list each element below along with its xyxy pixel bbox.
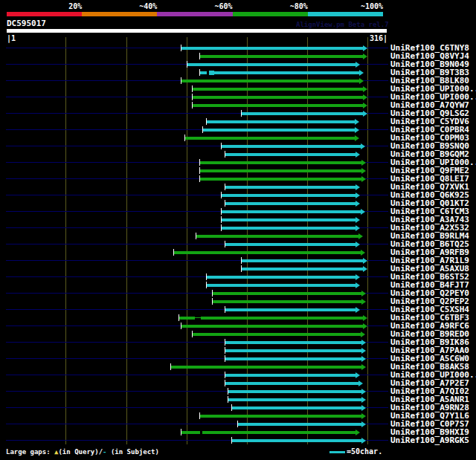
hit-bar[interactable] (174, 251, 361, 254)
hit-arrowhead-icon (361, 291, 366, 297)
hit-bar[interactable] (200, 161, 362, 164)
hit-arrowhead-icon (361, 176, 366, 182)
hit-bar[interactable] (228, 390, 362, 393)
gap-legend-part-4: (in Subject) (106, 448, 158, 456)
hit-bar[interactable] (193, 333, 361, 336)
hit-bar[interactable] (181, 80, 360, 82)
hit-start-tick (192, 85, 193, 92)
hit-bar[interactable] (225, 153, 356, 156)
hit-arrowhead-icon (356, 274, 360, 280)
hit-bar[interactable] (171, 366, 362, 369)
hit-start-tick (221, 143, 222, 149)
hit-start-tick (178, 314, 179, 321)
hit-arrowhead-icon (361, 405, 366, 411)
hit-bar[interactable] (222, 210, 361, 213)
hit-bar[interactable] (200, 415, 362, 418)
hit-bar[interactable] (238, 423, 362, 426)
hit-bar[interactable] (207, 276, 356, 279)
hit-bar[interactable] (232, 406, 362, 409)
hit-bar[interactable] (185, 137, 356, 140)
hit-start-tick (196, 233, 196, 239)
hit-bar[interactable] (232, 439, 362, 442)
hit-bar[interactable] (225, 243, 356, 246)
hit-start-tick (187, 61, 187, 68)
hit-bar[interactable] (200, 178, 362, 181)
gridline-100 (126, 37, 127, 444)
hit-bar[interactable] (181, 47, 364, 50)
query-start-coord: |1 (7, 34, 16, 42)
hit-arrowhead-icon (363, 54, 367, 59)
hit-bar[interactable] (187, 63, 356, 66)
hit-bar[interactable] (207, 120, 356, 123)
hit-bar[interactable] (181, 325, 364, 328)
hit-start-tick (181, 323, 181, 329)
hit-arrowhead-icon (361, 438, 366, 444)
hit-bar[interactable] (242, 268, 364, 271)
hit-start-tick (199, 412, 200, 419)
hit-arrowhead-icon (361, 356, 366, 362)
hit-start-tick (225, 200, 225, 207)
hit-bar[interactable] (213, 292, 362, 295)
hit-bar[interactable] (222, 194, 356, 197)
hit-start-tick (241, 265, 242, 272)
hit-start-tick (181, 429, 181, 435)
hit-bar[interactable] (225, 374, 356, 377)
hit-start-tick (170, 363, 171, 370)
hit-bar[interactable] (200, 55, 364, 58)
hit-bar[interactable] (228, 398, 362, 401)
hit-bar[interactable] (222, 218, 356, 221)
hit-arrowhead-icon (361, 143, 365, 149)
hit-arrowhead-icon (356, 62, 360, 68)
hit-bar[interactable] (225, 382, 359, 385)
hit-arrowhead-icon (363, 323, 367, 329)
hit-start-tick (231, 437, 232, 444)
hit-arrowhead-icon (361, 397, 366, 403)
hit-bar[interactable] (225, 349, 362, 352)
hit-arrowhead-icon (361, 364, 366, 370)
hit-start-tick (221, 208, 222, 215)
hit-bar[interactable] (222, 227, 356, 230)
query-id: DC595017 (7, 19, 46, 27)
hit-bar[interactable] (181, 431, 356, 434)
scale-segment-~40% (82, 12, 157, 16)
gap-legend-part-0: Large gaps: (6, 448, 54, 456)
hit-bar[interactable] (225, 202, 356, 205)
hit-bar[interactable] (196, 235, 359, 238)
hit-arrowhead-icon (361, 413, 366, 419)
hit-bar[interactable] (222, 145, 361, 148)
ruler-legend-label: =50char. (347, 447, 382, 456)
hit-start-tick (225, 380, 225, 386)
hit-arrowhead-icon (361, 421, 366, 427)
hit-start-tick (206, 273, 207, 280)
hit-arrowhead-icon (355, 119, 359, 125)
hit-bar[interactable] (242, 112, 364, 115)
hit-start-tick (241, 257, 242, 264)
hit-bar[interactable] (200, 169, 362, 172)
hit-bar[interactable] (213, 300, 362, 303)
query-end-coord: 316| (370, 34, 387, 42)
hit-start-tick (206, 282, 207, 288)
hit-bar[interactable] (225, 341, 362, 344)
hit-bar[interactable] (225, 186, 356, 189)
gridline-150 (187, 37, 187, 444)
hit-start-tick (228, 396, 228, 403)
hit-bar[interactable] (207, 284, 356, 287)
hit-bar[interactable] (242, 259, 364, 262)
hit-bar[interactable] (179, 317, 364, 320)
hit-start-tick (212, 298, 213, 305)
hit-arrowhead-icon (356, 282, 360, 288)
watermark-text: AlignView.pm Beta rel.7 (296, 22, 389, 28)
hit-arrowhead-icon (361, 331, 365, 337)
hit-label[interactable]: UniRef100_A9RGK5 (390, 436, 469, 444)
hit-bar[interactable] (225, 308, 356, 311)
hit-bar[interactable] (200, 71, 360, 74)
hit-arrowhead-icon (356, 152, 360, 158)
hit-arrowhead-icon (356, 307, 360, 313)
hit-arrowhead-icon (356, 217, 360, 223)
hit-bar[interactable] (225, 357, 362, 360)
hit-bar[interactable] (203, 129, 356, 132)
hit-bar[interactable] (193, 104, 364, 107)
hit-bar[interactable] (193, 88, 364, 91)
hit-bar[interactable] (193, 96, 364, 99)
hit-start-tick (202, 126, 203, 133)
